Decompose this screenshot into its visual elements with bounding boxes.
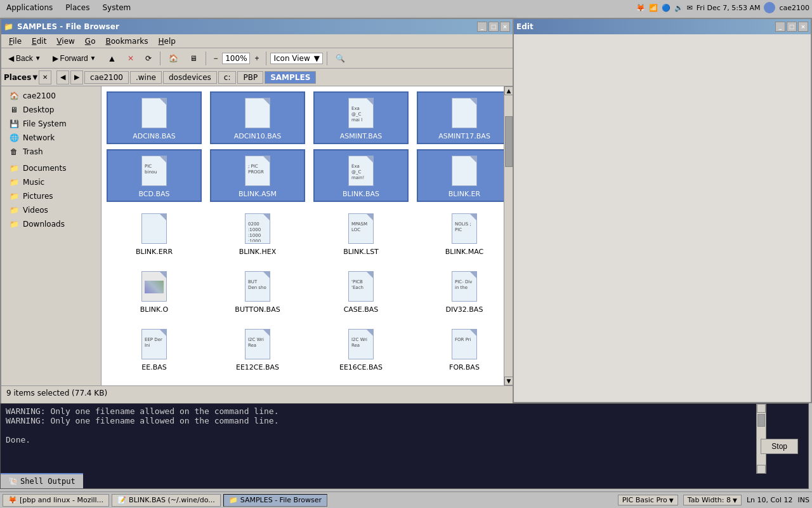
file-item[interactable]: EEP Der IniEE.BAS [107, 323, 202, 375]
file-item[interactable]: BLINK.ER [417, 149, 512, 202]
sidebar-item-music[interactable]: 📁 Music [1, 175, 101, 189]
forward-button[interactable]: ▶ Forward ▼ [48, 50, 101, 67]
view-select[interactable]: Icon View ▼ [270, 53, 323, 64]
shell-scroll-thumb[interactable] [757, 414, 765, 427]
computer-button[interactable]: 🖥 [185, 50, 202, 67]
file-item[interactable]: PIC LCDLCD.BAS [313, 380, 409, 385]
maximize-button[interactable]: □ [488, 22, 499, 32]
edit-maximize-button[interactable]: □ [787, 22, 797, 32]
breadcrumb-dosdevices[interactable]: dosdevices [163, 71, 217, 84]
edit-minimize-button[interactable]: _ [775, 22, 785, 32]
sidebar-item-pictures[interactable]: 📁 Pictures [1, 189, 101, 203]
sidebar-item-documents[interactable]: 📁 Documents [1, 161, 101, 175]
sidebar-item-trash[interactable]: 🗑 Trash [1, 145, 101, 159]
reload-button[interactable]: ⟳ [141, 50, 156, 67]
breadcrumb-pbp[interactable]: PBP [237, 71, 263, 84]
sidebar-item-downloads[interactable]: 📁 Downloads [1, 217, 101, 231]
taskbar-samples-label: SAMPLES - File Browser [240, 496, 322, 504]
edit-close-button[interactable]: × [798, 22, 808, 32]
app-menu-places[interactable]: Places [62, 2, 93, 13]
menu-go[interactable]: Go [80, 36, 101, 47]
bluetooth-icon[interactable]: 🔵 [662, 4, 671, 12]
zoom-in-button[interactable]: + [251, 50, 262, 67]
menu-bookmarks[interactable]: Bookmarks [100, 36, 153, 47]
scroll-thumb[interactable] [505, 116, 513, 167]
volume-icon[interactable]: 🔊 [674, 4, 683, 12]
shell-tab[interactable]: 🐚 Shell Output [1, 473, 83, 488]
forward-arrow[interactable]: ▼ [90, 55, 96, 62]
file-item[interactable]: I2C Wri ReaEE16CE.BAS [313, 323, 409, 375]
stop-button[interactable]: Stop [761, 439, 798, 454]
file-item[interactable]: I2C Wri ReaEE12CE.BAS [210, 323, 305, 375]
breadcrumb-forward-button[interactable]: ▶ [70, 70, 83, 84]
taskbar-item-mozilla[interactable]: 🦊 [pbp and linux - Mozill... [3, 494, 109, 507]
minimize-button[interactable]: _ [477, 22, 487, 32]
file-item[interactable]: BLINK.ERR [107, 207, 202, 260]
app-menu-applications[interactable]: Applications [3, 2, 56, 13]
file-item[interactable]: I2C Wri ReaI2C.BAS [210, 380, 305, 385]
title-bar: 📁 SAMPLES - File Browser _ □ × [1, 19, 513, 34]
file-item[interactable]: FOR PriFOR.BAS [417, 323, 512, 375]
menu-edit[interactable]: Edit [27, 36, 51, 47]
file-icon: BUT Den sho [242, 269, 273, 304]
email-icon[interactable]: ✉ [687, 4, 693, 12]
sidebar-item-desktop[interactable]: 🖥 Desktop [1, 103, 101, 117]
menu-file[interactable]: File [4, 36, 27, 47]
file-item[interactable]: ADCIN8.BAS [107, 91, 202, 144]
pic-dropdown-arrow[interactable]: ▼ [669, 497, 674, 504]
shell-scroll-up[interactable]: ▲ [757, 404, 766, 413]
file-item[interactable]: ADCIN10.BAS [210, 91, 305, 144]
file-item[interactable]: MPASM LOCBLINK.LST [313, 207, 409, 260]
file-item[interactable]: PIC char vHSER.BAS [107, 380, 202, 385]
file-area[interactable]: ADCIN8.BASADCIN10.BASExa @_C mai lASMINT… [102, 86, 513, 385]
back-button[interactable]: ◀ Back ▼ [4, 50, 46, 67]
file-item[interactable]: PIC binouBCD.BAS [107, 149, 202, 202]
breadcrumb-c[interactable]: c: [218, 71, 237, 84]
back-arrow[interactable]: ▼ [35, 55, 41, 62]
tab-width-arrow[interactable]: ▼ [733, 497, 737, 504]
stop-button[interactable]: ✕ [123, 50, 138, 67]
file-item[interactable]: Exa @_C main!BLINK.BAS [313, 149, 409, 202]
file-item[interactable]: BLINK.O [107, 265, 202, 318]
file-item[interactable]: BUT Den shoBUTTON.BAS [210, 265, 305, 318]
tab-width-selector[interactable]: Tab Width: 8 ▼ [683, 495, 742, 505]
file-item[interactable]: ; PIC PROGRBLINK.ASM [210, 149, 305, 202]
file-item[interactable]: NOLIS ; PICBLINK.MAC [417, 207, 512, 260]
app-menu-system[interactable]: System [98, 2, 134, 13]
view-dropdown-arrow[interactable]: ▼ [314, 54, 320, 63]
file-item[interactable]: Exa @_C mai lASMINT.BAS [313, 91, 409, 144]
pic-basic-pro-selector[interactable]: PIC Basic Pro ▼ [618, 495, 678, 505]
breadcrumb-wine[interactable]: .wine [130, 71, 162, 84]
menu-view[interactable]: View [51, 36, 79, 47]
search-button[interactable]: 🔍 [331, 50, 350, 67]
places-dropdown[interactable]: ▼ [32, 74, 37, 81]
breadcrumb-back-button[interactable]: ◀ [56, 70, 69, 84]
tab-width-label: Tab Width: 8 [688, 496, 731, 504]
scroll-up-button[interactable]: ▲ [504, 86, 513, 95]
firefox-icon[interactable]: 🦊 [636, 4, 645, 12]
scrollbar-track[interactable]: ▲ ▼ [504, 86, 513, 385]
shell-scroll-down[interactable]: ▼ [757, 465, 766, 474]
sidebar-item-videos[interactable]: 📁 Videos [1, 203, 101, 217]
taskbar-item-blink[interactable]: 📝 BLINK.BAS (~/.wine/do... [112, 494, 221, 507]
taskbar-item-samples[interactable]: 📁 SAMPLES - File Browser [223, 494, 327, 507]
file-item[interactable]: DisLOGIC.BAS [417, 380, 512, 385]
menu-help[interactable]: Help [154, 36, 181, 47]
places-close-button[interactable]: ✕ [39, 70, 51, 84]
file-item[interactable]: 0200 :1000 :1000 :1000BLINK.HEX [210, 207, 305, 260]
file-item[interactable]: PIC- Div in theDIV32.BAS [417, 265, 512, 318]
sidebar-item-cae2100[interactable]: 🏠 cae2100 [1, 89, 101, 103]
sidebar-item-filesystem[interactable]: 💾 File System [1, 117, 101, 131]
breadcrumb-samples[interactable]: SAMPLES [265, 71, 316, 84]
zoom-out-button[interactable]: − [210, 50, 221, 67]
network-icon[interactable]: 📶 [649, 4, 658, 12]
up-button[interactable]: ▲ [103, 50, 121, 67]
sidebar-item-network[interactable]: 🌐 Network [1, 131, 101, 145]
file-item[interactable]: 'PICB 'EachCASE.BAS [313, 265, 409, 318]
close-button[interactable]: × [500, 22, 510, 32]
breadcrumb-cae2100[interactable]: cae2100 [84, 71, 129, 84]
home-button[interactable]: 🏠 [164, 50, 183, 67]
pic-basic-pro-label: PIC Basic Pro [622, 496, 667, 504]
file-item[interactable]: ASMINT17.BAS [417, 91, 512, 144]
scroll-down-button[interactable]: ▼ [504, 377, 513, 385]
